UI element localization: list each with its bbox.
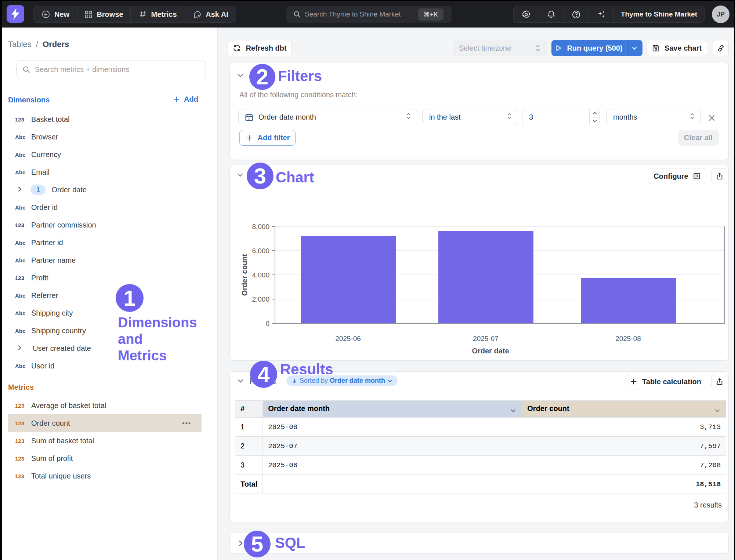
svg-text:Order count: Order count <box>240 254 249 296</box>
svg-text:8,000: 8,000 <box>252 223 269 230</box>
svg-text:2,000: 2,000 <box>252 295 269 303</box>
svg-text:2025-07: 2025-07 <box>473 335 499 342</box>
svg-text:2025-08: 2025-08 <box>615 335 641 342</box>
svg-text:4,000: 4,000 <box>252 271 269 279</box>
svg-text:Order date: Order date <box>472 347 509 355</box>
svg-text:6,000: 6,000 <box>252 247 269 255</box>
svg-text:2025-06: 2025-06 <box>335 335 361 342</box>
svg-text:0: 0 <box>265 320 269 327</box>
